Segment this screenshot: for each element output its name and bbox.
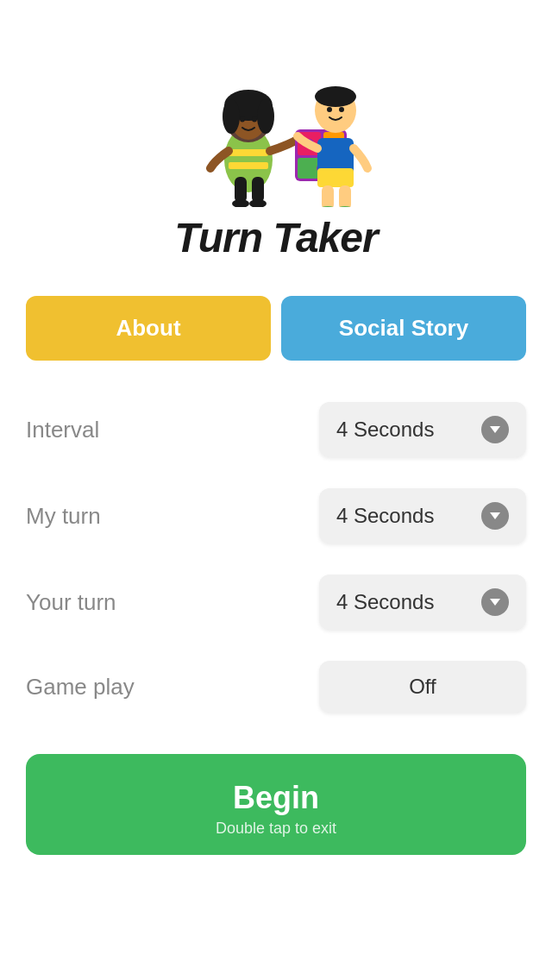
begin-subtitle: Double tap to exit <box>216 820 336 838</box>
svg-rect-28 <box>322 185 334 207</box>
svg-point-25 <box>327 107 332 112</box>
your-turn-dropdown[interactable]: 4 Seconds <box>319 575 526 630</box>
interval-chevron-icon <box>481 416 509 443</box>
svg-point-8 <box>257 99 274 134</box>
app-title: Turn Taker <box>174 214 377 261</box>
svg-point-10 <box>252 116 257 122</box>
action-buttons-row: About Social Story <box>26 296 526 361</box>
game-play-label: Game play <box>26 674 135 700</box>
interval-dropdown[interactable]: 4 Seconds <box>319 402 526 457</box>
app-illustration <box>172 35 380 207</box>
social-story-button[interactable]: Social Story <box>281 296 526 361</box>
interval-value: 4 Seconds <box>336 418 434 442</box>
your-turn-setting-row: Your turn 4 Seconds <box>26 559 526 645</box>
my-turn-setting-row: My turn 4 Seconds <box>26 473 526 559</box>
svg-point-31 <box>336 206 354 207</box>
svg-point-7 <box>223 99 240 134</box>
your-turn-chevron-icon <box>481 588 509 616</box>
game-play-value: Off <box>409 675 436 699</box>
svg-rect-2 <box>229 149 268 156</box>
my-turn-dropdown[interactable]: 4 Seconds <box>319 488 526 543</box>
svg-point-9 <box>240 116 245 122</box>
svg-point-13 <box>232 199 249 207</box>
svg-rect-29 <box>339 185 351 207</box>
settings-section: Interval 4 Seconds My turn 4 Seconds You… <box>26 386 526 728</box>
game-play-toggle[interactable]: Off <box>319 661 526 713</box>
my-turn-chevron-icon <box>481 502 509 530</box>
svg-point-24 <box>315 86 356 107</box>
svg-point-26 <box>339 107 344 112</box>
interval-setting-row: Interval 4 Seconds <box>26 386 526 473</box>
interval-label: Interval <box>26 417 99 443</box>
game-play-setting-row: Game play Off <box>26 645 526 728</box>
begin-button[interactable]: Begin Double tap to exit <box>26 754 526 855</box>
logo-section: Turn Taker <box>172 0 380 279</box>
your-turn-value: 4 Seconds <box>336 590 434 614</box>
svg-point-30 <box>318 206 337 207</box>
svg-rect-3 <box>229 162 268 169</box>
about-button[interactable]: About <box>26 296 271 361</box>
my-turn-value: 4 Seconds <box>336 504 434 528</box>
svg-rect-11 <box>235 177 247 203</box>
my-turn-label: My turn <box>26 503 101 530</box>
svg-point-14 <box>249 199 267 207</box>
svg-rect-12 <box>252 177 264 203</box>
your-turn-label: Your turn <box>26 589 116 616</box>
svg-rect-1 <box>229 142 268 181</box>
begin-label: Begin <box>233 780 319 816</box>
svg-rect-27 <box>317 168 354 187</box>
